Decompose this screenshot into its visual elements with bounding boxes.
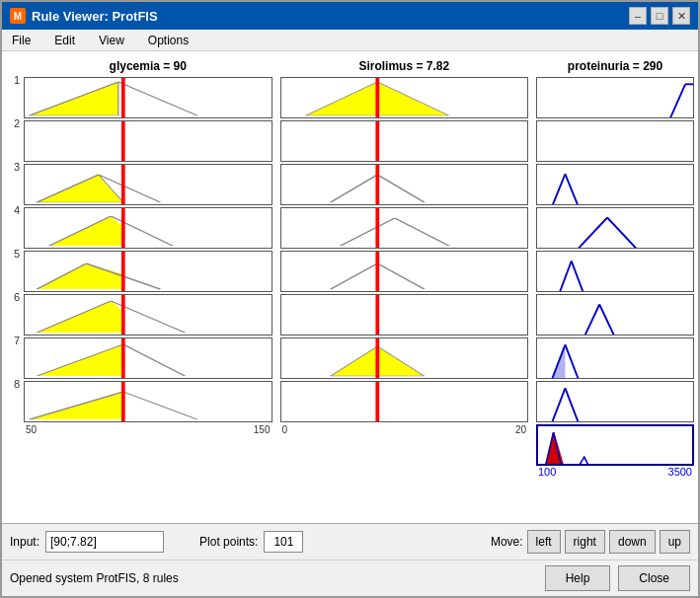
menu-options[interactable]: Options	[142, 33, 194, 48]
input2-row1	[280, 77, 529, 118]
menu-bar: File Edit View Options	[2, 30, 698, 51]
move-down-button[interactable]: down	[609, 530, 656, 554]
plot-label: Plot points:	[199, 535, 258, 549]
help-close-group: Help Close	[545, 565, 690, 591]
row-num-3: 3	[6, 146, 22, 187]
help-button[interactable]: Help	[545, 565, 611, 591]
app-icon: M	[10, 8, 26, 24]
input1-charts	[24, 77, 272, 422]
row-numbers: 1 2 3 4 5 6 7 8	[6, 59, 22, 519]
input1-row6	[24, 294, 272, 336]
output-row6	[536, 294, 694, 336]
status-row: Opened system ProtFIS, 8 rules Help Clos…	[10, 565, 690, 591]
svg-line-47	[545, 174, 566, 205]
input2-row3	[280, 164, 529, 205]
output-row5	[536, 251, 694, 292]
bottom-row2: Opened system ProtFIS, 8 rules Help Clos…	[2, 561, 698, 596]
minimize-button[interactable]: –	[629, 7, 647, 25]
input1-row2	[24, 120, 272, 162]
input2-row2	[280, 120, 529, 162]
row-num-1: 1	[6, 59, 22, 101]
status-text: Opened system ProtFIS, 8 rules	[10, 571, 537, 585]
svg-line-2	[118, 82, 197, 115]
input1-row1	[24, 77, 272, 118]
close-window-button[interactable]: ✕	[672, 7, 690, 25]
svg-line-35	[340, 218, 394, 246]
menu-view[interactable]: View	[93, 33, 130, 48]
window-title: Rule Viewer: ProtFIS	[32, 9, 158, 24]
row-num-6: 6	[6, 276, 22, 318]
move-left-button[interactable]: left	[527, 530, 561, 554]
input1-row7	[24, 337, 272, 379]
input2-charts	[280, 77, 529, 422]
svg-line-36	[394, 218, 448, 246]
svg-line-38	[330, 263, 376, 289]
move-right-button[interactable]: right	[565, 530, 605, 554]
title-bar: M Rule Viewer: ProtFIS – □ ✕	[2, 2, 698, 30]
input1-axis-min: 50	[26, 424, 37, 435]
svg-line-54	[599, 304, 623, 336]
move-up-button[interactable]: up	[660, 530, 690, 554]
svg-line-49	[561, 217, 607, 249]
input1-row8	[24, 381, 272, 422]
plot-group: Plot points:	[199, 531, 303, 553]
svg-line-53	[577, 304, 600, 336]
svg-line-32	[330, 175, 376, 202]
svg-line-48	[565, 174, 585, 205]
svg-line-33	[377, 175, 424, 202]
title-bar-left: M Rule Viewer: ProtFIS	[10, 8, 158, 24]
output-row2	[536, 120, 694, 162]
output-row8	[536, 381, 694, 422]
svg-marker-5	[37, 175, 122, 202]
maximize-button[interactable]: □	[651, 7, 668, 25]
plot-points-field[interactable]	[264, 531, 303, 553]
row-num-5: 5	[6, 233, 22, 274]
input2-row7	[280, 337, 529, 379]
input2-row5	[280, 251, 529, 292]
main-content: 1 2 3 4 5 6 7 8 glycemia = 90	[2, 51, 698, 523]
input-field[interactable]	[45, 531, 164, 553]
bottom-row1: Input: Plot points: Move: left right dow…	[2, 524, 698, 561]
output-axis-max: 3500	[668, 466, 692, 478]
input2-header: Sirolimus = 7.82	[358, 59, 449, 73]
output-row7	[536, 337, 694, 379]
chart-area: 1 2 3 4 5 6 7 8 glycemia = 90	[2, 51, 698, 523]
title-controls: – □ ✕	[629, 7, 690, 25]
output-row1	[536, 77, 694, 118]
menu-edit[interactable]: Edit	[48, 33, 81, 48]
output-row4	[536, 207, 694, 249]
input-field-group: Input:	[10, 531, 164, 553]
input1-axis: 50 150	[24, 424, 272, 435]
svg-line-57	[565, 344, 585, 379]
input2-axis-min: 0	[282, 424, 288, 435]
input2-row4	[280, 207, 529, 249]
svg-marker-9	[49, 216, 123, 246]
output-charts	[536, 77, 694, 422]
output-column: proteinuria = 290	[536, 59, 694, 519]
output-row3	[536, 164, 694, 205]
main-window: M Rule Viewer: ProtFIS – □ ✕ File Edit V…	[0, 0, 700, 598]
output-aggregate	[536, 424, 694, 466]
move-group: Move: left right down up	[491, 530, 690, 554]
row-num-8: 8	[6, 363, 22, 405]
input2-column: Sirolimus = 7.82	[280, 59, 529, 519]
output-header: proteinuria = 290	[568, 59, 662, 73]
input-label: Input:	[10, 535, 39, 549]
input1-row5	[24, 251, 272, 292]
output-axis: 100 3500	[536, 466, 694, 478]
row-num-4: 4	[6, 189, 22, 231]
svg-line-27	[123, 392, 197, 419]
svg-line-59	[565, 388, 585, 422]
input2-axis-max: 20	[515, 424, 526, 435]
input1-row3	[24, 164, 272, 205]
svg-line-58	[545, 388, 566, 422]
input1-header: glycemia = 90	[110, 59, 187, 73]
svg-line-50	[607, 217, 654, 249]
menu-file[interactable]: File	[6, 33, 37, 48]
svg-line-52	[572, 261, 590, 292]
close-button[interactable]: Close	[618, 565, 690, 591]
bottom-panel: Input: Plot points: Move: left right dow…	[2, 523, 698, 596]
output-axis-min: 100	[538, 466, 556, 478]
svg-marker-17	[37, 301, 122, 333]
svg-line-51	[553, 261, 572, 292]
